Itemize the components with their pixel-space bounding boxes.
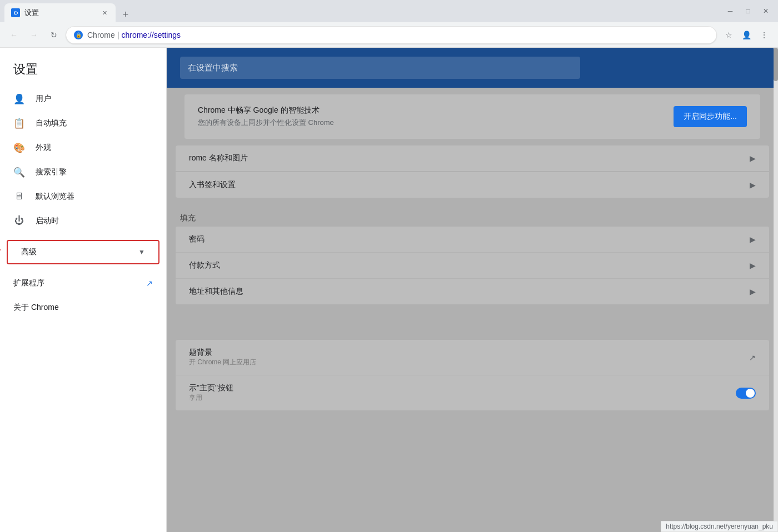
sidebar-item-search[interactable]: 🔍 搜索引擎 xyxy=(0,160,166,184)
home-btn-subtitle: 享用 xyxy=(189,393,233,403)
titlebar: ⚙ 设置 ✕ + ─ □ ✕ xyxy=(0,0,778,22)
bookmarks-text: 入书签和设置 xyxy=(189,180,750,190)
user-icon: 👤 xyxy=(13,93,24,104)
chevron-right-icon-4: ▶ xyxy=(750,261,756,270)
address-bar[interactable]: 🔒 Chrome | chrome://settings xyxy=(66,26,717,44)
sidebar-advanced-label: 高级 xyxy=(21,247,37,257)
address-row[interactable]: 地址和其他信息 ▶ xyxy=(176,279,769,304)
bookmark-btn[interactable]: ☆ xyxy=(720,27,737,43)
sidebar-search-label: 搜索引擎 xyxy=(36,167,67,177)
startup-icon: ⏻ xyxy=(13,215,24,227)
theme-subtitle: 开 Chrome 网上应用店 xyxy=(189,358,256,367)
theme-text-block: 题背景 开 Chrome 网上应用店 xyxy=(189,348,256,367)
forward-btn[interactable]: → xyxy=(26,27,42,43)
chevron-down-icon: ▼ xyxy=(138,248,145,256)
refresh-btn[interactable]: ↻ xyxy=(46,27,62,43)
home-btn-text-block: 示"主页"按钮 享用 xyxy=(189,383,233,403)
chevron-right-icon-5: ▶ xyxy=(750,287,756,296)
sidebar: 设置 👤 用户 📋 自动填充 🎨 外观 🔍 搜索引擎 🖥 默认浏览器 ⏻ 启动时 xyxy=(0,48,167,532)
appearance-block: 题背景 开 Chrome 网上应用店 ↗ 示"主页"按钮 享用 xyxy=(176,340,769,410)
tab-title: 设置 xyxy=(24,8,39,18)
bookmarks-row[interactable]: 入书签和设置 ▶ xyxy=(176,172,769,198)
sidebar-item-extensions[interactable]: 扩展程序 ↗ xyxy=(0,271,166,295)
sidebar-item-appearance[interactable]: 🎨 外观 xyxy=(0,135,166,160)
address-text: Chrome | chrome://settings xyxy=(87,31,181,39)
address-url: chrome://settings xyxy=(121,31,181,39)
secure-icon: 🔒 xyxy=(74,31,83,39)
sidebar-startup-label: 启动时 xyxy=(36,216,59,226)
tab-strip: ⚙ 设置 ✕ + xyxy=(4,0,133,22)
password-row[interactable]: 密码 ▶ xyxy=(176,227,769,253)
annotation-arrow xyxy=(0,239,1,261)
appearance-icon: 🎨 xyxy=(13,142,24,153)
search-input-wrap[interactable]: 在设置中搜索 xyxy=(180,57,580,79)
autofill-section-label: 填充 xyxy=(167,204,778,227)
payment-row[interactable]: 付款方式 ▶ xyxy=(176,253,769,279)
search-placeholder: 在设置中搜索 xyxy=(188,63,238,73)
theme-row[interactable]: 题背景 开 Chrome 网上应用店 ↗ xyxy=(176,340,769,375)
tab-close-btn[interactable]: ✕ xyxy=(100,8,109,17)
sidebar-item-about[interactable]: 关于 Chrome xyxy=(0,295,166,320)
sidebar-title: 设置 xyxy=(0,48,166,87)
payment-text: 付款方式 xyxy=(189,260,750,270)
sync-block: Chrome 中畅享 Google 的智能技术 您的所有设备上同步并个性化设置 … xyxy=(184,94,760,139)
new-tab-btn[interactable]: + xyxy=(118,7,133,22)
autofill-block: 密码 ▶ 付款方式 ▶ 地址和其他信息 ▶ xyxy=(176,227,769,304)
address-chrome: Chrome xyxy=(87,31,115,39)
maximize-btn[interactable]: □ xyxy=(740,3,756,19)
address-text: 地址和其他信息 xyxy=(189,287,750,297)
menu-btn[interactable]: ⋮ xyxy=(756,27,772,43)
scrollbar-track[interactable] xyxy=(774,48,778,532)
scrollbar-thumb[interactable] xyxy=(774,48,778,81)
chevron-right-icon-2: ▶ xyxy=(750,180,756,189)
profile-btn[interactable]: 👤 xyxy=(738,27,755,43)
sidebar-extensions-label: 扩展程序 xyxy=(13,278,44,288)
main-layout: 设置 👤 用户 📋 自动填充 🎨 外观 🔍 搜索引擎 🖥 默认浏览器 ⏻ 启动时 xyxy=(0,48,778,532)
autofill-icon: 📋 xyxy=(13,118,24,129)
bookmarks-section: 入书签和设置 ▶ xyxy=(176,172,769,198)
statusbar-url: https://blog.csdn.net/yerenyuan_pku xyxy=(666,523,773,530)
theme-title: 题背景 xyxy=(189,348,256,358)
sidebar-item-advanced[interactable]: 高级 ▼ xyxy=(7,240,159,264)
home-btn-title: 示"主页"按钮 xyxy=(189,383,233,393)
address-separator: | xyxy=(117,31,119,39)
name-photo-text: rome 名称和图片 xyxy=(189,153,750,163)
sync-title: Chrome 中畅享 Google 的智能技术 xyxy=(198,106,334,116)
password-text: 密码 xyxy=(189,234,750,244)
home-btn-row[interactable]: 示"主页"按钮 享用 xyxy=(176,375,769,410)
external-icon: ↗ xyxy=(749,353,756,362)
content-area: 在设置中搜索 Chrome 中畅享 Google 的智能技术 您的所有设备上同步… xyxy=(167,48,778,532)
sidebar-autofill-label: 自动填充 xyxy=(36,118,67,128)
minimize-btn[interactable]: ─ xyxy=(722,3,738,19)
sidebar-users-label: 用户 xyxy=(36,94,51,104)
toolbar-actions: ☆ 👤 ⋮ xyxy=(720,27,772,43)
sync-text: Chrome 中畅享 Google 的智能技术 您的所有设备上同步并个性化设置 … xyxy=(198,106,334,128)
sidebar-appearance-label: 外观 xyxy=(36,143,51,153)
active-tab[interactable]: ⚙ 设置 ✕ xyxy=(4,3,116,22)
sidebar-item-default-browser[interactable]: 🖥 默认浏览器 xyxy=(0,184,166,209)
sidebar-item-users[interactable]: 👤 用户 xyxy=(0,87,166,111)
name-photo-section: rome 名称和图片 ▶ xyxy=(176,145,769,171)
search-icon: 🔍 xyxy=(13,167,24,178)
home-btn-toggle[interactable] xyxy=(736,388,756,399)
toolbar: ← → ↻ 🔒 Chrome | chrome://settings ☆ 👤 ⋮ xyxy=(0,22,778,48)
default-browser-icon: 🖥 xyxy=(13,191,24,202)
back-btn[interactable]: ← xyxy=(6,27,22,43)
sidebar-about-label: 关于 Chrome xyxy=(13,303,59,313)
spacer xyxy=(167,311,778,333)
sidebar-item-startup[interactable]: ⏻ 启动时 xyxy=(0,209,166,233)
sync-button[interactable]: 开启同步功能... xyxy=(674,106,747,127)
tab-favicon: ⚙ xyxy=(11,8,20,17)
external-link-icon: ↗ xyxy=(146,279,153,288)
sidebar-default-browser-label: 默认浏览器 xyxy=(36,192,74,202)
search-bar: 在设置中搜索 xyxy=(167,48,778,88)
statusbar: https://blog.csdn.net/yerenyuan_pku xyxy=(661,521,778,532)
chevron-right-icon-3: ▶ xyxy=(750,235,756,244)
name-photo-row[interactable]: rome 名称和图片 ▶ xyxy=(176,145,769,171)
chevron-right-icon: ▶ xyxy=(750,154,756,163)
sidebar-item-autofill[interactable]: 📋 自动填充 xyxy=(0,111,166,135)
window-controls: ─ □ ✕ xyxy=(722,3,774,19)
sync-subtitle: 您的所有设备上同步并个性化设置 Chrome xyxy=(198,118,334,128)
sync-section: Chrome 中畅享 Google 的智能技术 您的所有设备上同步并个性化设置 … xyxy=(176,94,769,139)
close-btn[interactable]: ✕ xyxy=(758,3,774,19)
